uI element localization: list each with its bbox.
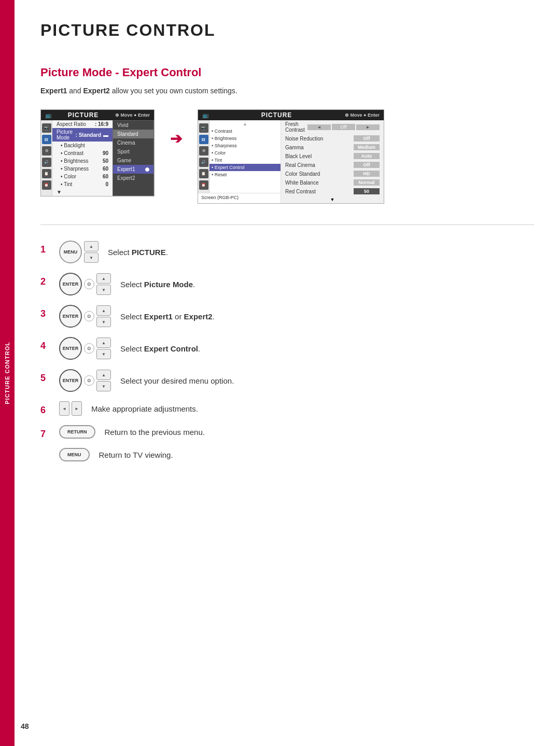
step-6-buttons: ◄ ►: [59, 401, 82, 416]
menu-label-8: MENU: [67, 452, 81, 457]
step-8-text: Return to TV viewing.: [99, 451, 173, 459]
tv-right-settings: Fresh Contrast ◄ Off ► Noise Reduction O…: [281, 120, 384, 203]
enter-button-5[interactable]: ENTER: [59, 369, 82, 392]
screen-rgbpc-label: Screen (RGB-PC): [198, 193, 281, 202]
step-2-buttons: ENTER ⊙ ▲ ▼: [59, 273, 111, 295]
step-2-number: 2: [40, 277, 50, 286]
tv-row-tint: • Tint 0: [52, 180, 113, 188]
enter-center-5: ⊙: [84, 375, 94, 386]
step-7-text: Return to the previous menu.: [105, 428, 205, 437]
menu-button-1[interactable]: MENU: [59, 241, 82, 263]
tv-icon-5: 📋: [42, 169, 51, 178]
dropdown-cinema: Cinema: [113, 138, 153, 147]
tv-content-left: Aspect Ratio : 16:9 Picture Mode : Stand…: [52, 120, 113, 196]
tv-icon-2: 🖼: [42, 135, 51, 144]
tv-right-left-col: 📷 🖼 ⚙ 🔊 📋 ⏰ ▲ • Contrast •: [198, 120, 281, 203]
enter-button-4[interactable]: ENTER: [59, 337, 82, 360]
setting-real-cinema: Real Cinema Off: [281, 161, 384, 170]
step-4-number: 4: [40, 341, 50, 350]
return-button-7[interactable]: RETURN: [59, 425, 95, 439]
step-6-number: 6: [40, 405, 50, 415]
return-label-7: RETURN: [67, 429, 87, 434]
step-3-text: Select Expert1 or Expert2.: [120, 312, 215, 321]
step-4: 4 ENTER ⊙ ▲ ▼ Select Expert Control.: [40, 337, 534, 360]
step-4-buttons: ENTER ⊙ ▲ ▼: [59, 337, 111, 360]
step-5: 5 ENTER ⊙ ▲ ▼ Select your desired menu o…: [40, 369, 534, 392]
tv-icon-4: 🔊: [42, 158, 51, 167]
tv-mockup-area: 📺 PICTURE ⊕ Move ● Enter 📷 🖼 ⚙ 🔊 📋 ⏰: [40, 109, 534, 204]
step-7: 7 RETURN Return to the previous menu.: [40, 425, 534, 439]
nav-up-1[interactable]: ▲: [84, 241, 99, 251]
nav-left-6[interactable]: ◄: [59, 401, 69, 416]
dropdown-standard: Standard: [113, 130, 153, 138]
step-1: 1 MENU ▲ ▼ Select PICTURE.: [40, 241, 534, 263]
step-2-text: Select Picture Mode.: [120, 280, 195, 289]
tv-row-color: • Color 60: [52, 173, 113, 180]
nav-group-5: ▲ ▼: [96, 370, 111, 391]
setting-red-contrast: Red Contrast 50: [281, 187, 384, 196]
section-title: Picture Mode - Expert Control: [40, 66, 534, 79]
tv-row-sharpness: • Sharpness 60: [52, 165, 113, 173]
tv-row-contrast: • Contrast 90: [52, 149, 113, 157]
nav-down-3[interactable]: ▼: [96, 317, 111, 327]
tv-left-body: 📷 🖼 ⚙ 🔊 📋 ⏰ Aspect Ratio : 16:9 Picture …: [41, 120, 154, 196]
tv-icon-6: ⏰: [42, 180, 51, 190]
dropdown-expert1: Expert1: [113, 165, 153, 174]
side-tab: PICTURE CONTROL: [0, 0, 15, 746]
menu-label-1: MENU: [64, 249, 78, 255]
step-3: 3 ENTER ⊙ ▲ ▼ Select Expert1 or Expert2.: [40, 305, 534, 328]
step-7-buttons: RETURN: [59, 425, 95, 439]
step-5-text: Select your desired menu option.: [120, 376, 234, 385]
enter-center-4: ⊙: [84, 343, 94, 354]
step-6-text: Make appropriate adjustments.: [91, 404, 198, 413]
tv-right-body: 📷 🖼 ⚙ 🔊 📋 ⏰ ▲ • Contrast •: [198, 120, 384, 203]
dropdown-sport: Sport: [113, 147, 153, 156]
tv-row-brightness: • Brightness 50: [52, 157, 113, 165]
intro-text: Expert1 and Expert2 allow you set you ow…: [40, 87, 534, 95]
tv-icon-1: 📷: [42, 123, 51, 133]
enter-center-2: ⊙: [84, 279, 94, 289]
dropdown-game: Game: [113, 156, 153, 165]
nav-up-4[interactable]: ▲: [96, 337, 111, 348]
step-5-buttons: ENTER ⊙ ▲ ▼: [59, 369, 111, 392]
nav-down-4[interactable]: ▼: [96, 349, 111, 359]
nav-up-3[interactable]: ▲: [96, 305, 111, 316]
nav-group-1: ▲ ▼: [84, 241, 99, 263]
enter-label-2: ENTER: [63, 281, 79, 287]
nav-group-3: ▲ ▼: [96, 305, 111, 327]
tv-row-picturemode: Picture Mode : Standard ▬: [52, 128, 113, 142]
step-8: 8 MENU Return to TV viewing.: [40, 448, 534, 461]
setting-white-balance: White Balance Normal: [281, 178, 384, 187]
step-1-text: Select PICTURE.: [108, 248, 168, 257]
enter-label-3: ENTER: [63, 314, 79, 319]
step-1-buttons: MENU ▲ ▼: [59, 241, 99, 263]
arrow-between: ➔: [170, 130, 182, 147]
tv-icon-left: 📺: [45, 112, 51, 118]
step-7-number: 7: [40, 429, 50, 439]
enter-button-2[interactable]: ENTER: [59, 273, 82, 295]
tv-title-right: PICTURE: [261, 111, 292, 119]
nav-down-2[interactable]: ▼: [96, 285, 111, 295]
nav-group-4: ▲ ▼: [96, 337, 111, 359]
nav-down-1[interactable]: ▼: [84, 252, 99, 263]
nav-up-5[interactable]: ▲: [96, 370, 111, 380]
tv-icon-3: ⚙: [42, 146, 51, 156]
step-2: 2 ENTER ⊙ ▲ ▼ Select Picture Mode.: [40, 273, 534, 295]
section-divider: [40, 224, 534, 225]
tv-row-aspect: Aspect Ratio : 16:9: [52, 120, 113, 128]
tv-title-left: PICTURE: [68, 111, 99, 119]
nav-down-5[interactable]: ▼: [96, 381, 111, 391]
tv-controls-left: ⊕ Move ● Enter: [115, 112, 150, 118]
tv-header-left: 📺 PICTURE ⊕ Move ● Enter: [41, 110, 154, 120]
tv-row-backlight: • Backlight: [52, 142, 113, 149]
tv-screen-right: 📺 PICTURE ⊕ Move ● Enter 📷 🖼 ⚙ 🔊 📋 ⏰: [198, 109, 384, 204]
lr-buttons-6: ◄ ►: [59, 401, 82, 416]
step-1-number: 1: [40, 245, 50, 254]
tv-controls-right: ⊕ Move ● Enter: [345, 112, 380, 118]
page-title: PICTURE CONTROL: [40, 21, 534, 40]
dropdown-expert2: Expert2: [113, 174, 153, 182]
nav-right-6[interactable]: ►: [72, 401, 82, 416]
nav-up-2[interactable]: ▲: [96, 273, 111, 284]
menu-button-8[interactable]: MENU: [59, 448, 90, 461]
enter-button-3[interactable]: ENTER: [59, 305, 82, 328]
